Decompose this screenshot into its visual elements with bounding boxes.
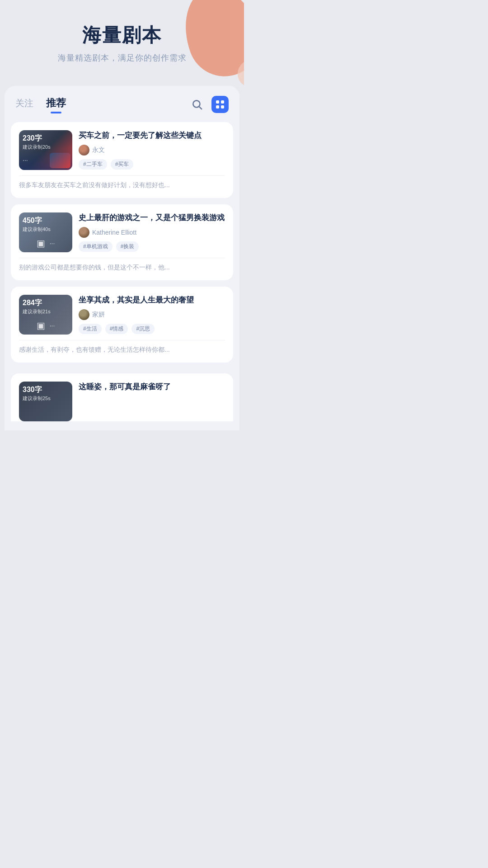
card-preview: 很多车友朋友在买车之前没有做好计划，没有想好也... [19,175,225,190]
tag[interactable]: #换装 [116,241,139,252]
list-item[interactable]: 330字 建议录制25s 这睡姿，那可真是麻雀呀了 [11,373,233,421]
char-count: 450字 [23,216,51,226]
thumb-info: 450字 建议录制40s [23,216,51,233]
thumb-overlay: ··· [19,150,72,170]
duration: 建议录制25s [23,395,51,402]
duration: 建议录制21s [23,308,51,315]
duration: 建议录制40s [23,226,51,233]
content-list: 230字 建议录制20s ··· 买车之前，一定要先了解这些关键点 [5,118,239,373]
author-name: Katherine Elliott [92,229,136,236]
list-item[interactable]: 450字 建议录制40s ▣ ··· 史上最肝的游戏之一，又是个猛男换装游戏 K… [11,204,233,280]
card-info: 买车之前，一定要先了解这些关键点 永文 #二手车 #买车 [79,130,225,170]
card-thumbnail: 450字 建议录制40s ▣ ··· [19,212,72,252]
grid-view-button[interactable] [211,96,229,113]
thumb-icons: ▣ ··· [19,320,72,331]
page-subtitle: 海量精选剧本，满足你的创作需求 [9,52,235,63]
card-preview: 别的游戏公司都是想要你的钱，但是这个不一样，他... [19,258,225,272]
avatar [79,145,89,156]
page-title: 海量剧本 [9,23,235,48]
card-thumbnail: 330字 建议录制25s [19,382,72,421]
thumb-info: 330字 建议录制25s [23,385,51,402]
header: 海量剧本 海量精选剧本，满足你的创作需求 [0,0,244,77]
tag[interactable]: #二手车 [79,159,107,170]
more-icon: ··· [50,322,55,329]
card-title: 买车之前，一定要先了解这些关键点 [79,130,225,141]
card-preview: 感谢生活，有剥夺，也有馈赠，无论生活怎样待你都... [19,340,225,354]
tag[interactable]: #情感 [105,324,128,334]
char-count: 284字 [23,298,51,308]
tag[interactable]: #买车 [111,159,134,170]
list-item[interactable]: 230字 建议录制20s ··· 买车之前，一定要先了解这些关键点 [11,122,233,198]
play-icon: ▣ [37,320,45,331]
more-icon: ··· [50,240,55,247]
card-tags: #二手车 #买车 [79,159,225,170]
card-info: 史上最肝的游戏之一，又是个猛男换装游戏 Katherine Elliott #单… [79,212,225,252]
svg-line-1 [199,107,202,109]
list-item[interactable]: 284字 建议录制21s ▣ ··· 坐享其成，其实是人生最大的奢望 家妍 [11,287,233,363]
tab-recommend[interactable]: 推荐 [46,96,66,113]
tab-bar: 关注 推荐 [5,86,239,118]
card-thumbnail: 230字 建议录制20s ··· [19,130,72,170]
avatar [79,227,89,238]
author-name: 永文 [92,146,105,154]
tag[interactable]: #沉思 [131,324,155,334]
card-author: 家妍 [79,309,225,320]
char-count: 330字 [23,385,51,395]
card-title: 坐享其成，其实是人生最大的奢望 [79,295,225,306]
card-title: 这睡姿，那可真是麻雀呀了 [79,382,225,392]
card-top: 284字 建议录制21s ▣ ··· 坐享其成，其实是人生最大的奢望 家妍 [19,295,225,335]
svg-point-0 [193,100,200,107]
play-icon: ▣ [37,238,45,249]
card-author: 永文 [79,145,225,156]
card-tags: #单机游戏 #换装 [79,241,225,252]
avatar [79,309,89,320]
tag[interactable]: #生活 [79,324,102,334]
search-icon [191,99,203,110]
main-card: 关注 推荐 [5,86,239,430]
more-icon: ··· [23,156,28,164]
card-info: 坐享其成，其实是人生最大的奢望 家妍 #生活 #情感 #沉思 [79,295,225,335]
card-title: 史上最肝的游戏之一，又是个猛男换装游戏 [79,212,225,223]
tag[interactable]: #单机游戏 [79,241,113,252]
search-button[interactable] [189,96,205,113]
card-tags: #生活 #情感 #沉思 [79,324,225,334]
tab-icons [189,96,229,113]
tab-follow[interactable]: 关注 [15,97,33,112]
author-name: 家妍 [92,311,105,319]
card-top: 230字 建议录制20s ··· 买车之前，一定要先了解这些关键点 [19,130,225,170]
thumb-icons: ▣ ··· [19,238,72,249]
card-info: 这睡姿，那可真是麻雀呀了 [79,382,225,421]
card-top: 330字 建议录制25s 这睡姿，那可真是麻雀呀了 [19,382,225,421]
card-thumbnail: 284字 建议录制21s ▣ ··· [19,295,72,335]
thumb-info: 284字 建议录制21s [23,298,51,315]
card-author: Katherine Elliott [79,227,225,238]
grid-icon [216,100,224,108]
card-top: 450字 建议录制40s ▣ ··· 史上最肝的游戏之一，又是个猛男换装游戏 K… [19,212,225,252]
